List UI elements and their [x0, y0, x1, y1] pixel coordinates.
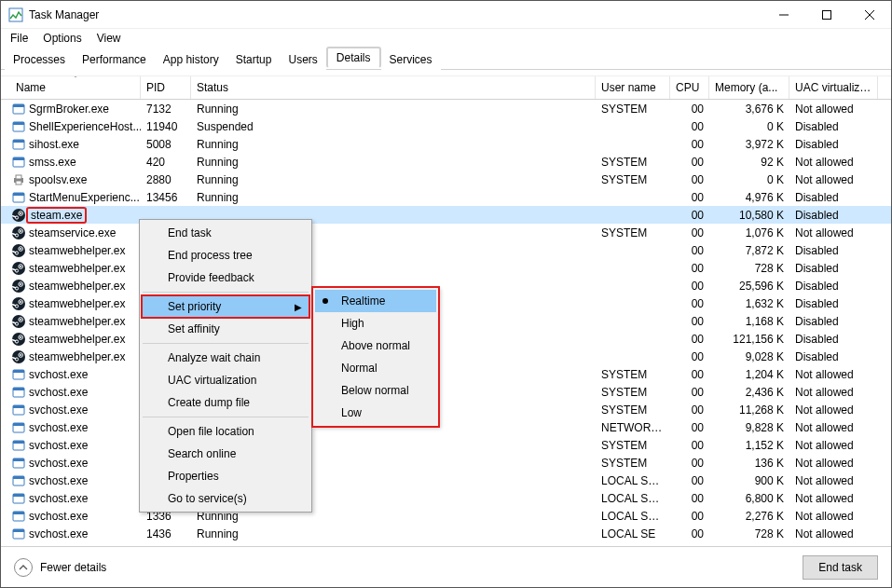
table-row[interactable]: svchost.exeSYSTEM001,152 KNot allowed: [1, 436, 891, 454]
table-row[interactable]: spoolsv.exe2880RunningSYSTEM000 KNot all…: [1, 171, 891, 188]
column-header[interactable]: User name: [596, 76, 670, 99]
menu-file[interactable]: File: [10, 32, 28, 45]
cell-status: Suspended: [191, 120, 596, 133]
column-header[interactable]: Status: [191, 76, 596, 99]
process-name: svchost.exe: [29, 492, 88, 505]
table-row[interactable]: steamwebhelper.ex0025,596 KDisabled: [1, 277, 891, 294]
column-header[interactable]: Memory (a...: [709, 76, 789, 99]
ctx-end-process-tree[interactable]: End process tree: [142, 244, 309, 267]
tab-details[interactable]: Details: [326, 47, 381, 68]
column-header[interactable]: UAC virtualizat...: [789, 76, 878, 99]
table-row[interactable]: smss.exe420RunningSYSTEM0092 KNot allowe…: [1, 153, 891, 171]
cell-user: NETWORK...: [596, 421, 670, 434]
cell-uac: Not allowed: [789, 527, 878, 540]
menu-view[interactable]: View: [97, 32, 121, 45]
table-row[interactable]: steam.exe0010,580 KDisabled: [1, 206, 891, 224]
column-header[interactable]: Name˄: [10, 76, 141, 99]
cell-uac: Not allowed: [789, 421, 878, 434]
tab-services[interactable]: Services: [381, 48, 441, 70]
column-header[interactable]: PID: [141, 76, 191, 99]
table-row[interactable]: svchost.exe1436RunningLOCAL SE00728 KNot…: [1, 525, 891, 542]
tab-strip: ProcessesPerformanceApp historyStartupUs…: [1, 48, 891, 70]
process-rows[interactable]: SgrmBroker.exe7132RunningSYSTEM003,676 K…: [1, 100, 891, 546]
cell-uac: Disabled: [789, 297, 878, 310]
table-row[interactable]: steamwebhelper.ex00121,156 KDisabled: [1, 330, 891, 348]
ctx-search-online[interactable]: Search online: [142, 443, 309, 465]
svg-rect-78: [13, 494, 24, 497]
ctx-open-file-location[interactable]: Open file location: [142, 420, 309, 443]
task-manager-window: Task Manager FileOptionsView ProcessesPe…: [0, 0, 892, 588]
table-row[interactable]: steamwebhelper.ex001,632 KDisabled: [1, 294, 891, 312]
context-menu[interactable]: End taskEnd process treeProvide feedback…: [139, 219, 312, 513]
ctx-provide-feedback[interactable]: Provide feedback: [142, 267, 309, 289]
column-headers: Name˄PIDStatusUser nameCPUMemory (a...UA…: [1, 76, 891, 100]
cell-user: SYSTEM: [596, 368, 670, 381]
table-row[interactable]: steamwebhelper.ex009,028 KDisabled: [1, 348, 891, 365]
svg-rect-82: [13, 529, 24, 532]
priority-below-normal[interactable]: Below normal: [315, 379, 436, 402]
svg-point-23: [12, 226, 25, 239]
cell-uac: Disabled: [789, 191, 878, 204]
cell-pid: 7132: [141, 103, 191, 116]
table-row[interactable]: svchost.exeSYSTEM002,436 KNot allowed: [1, 383, 891, 401]
table-row[interactable]: svchost.exeNETWORK...009,828 KNot allowe…: [1, 418, 891, 436]
menubar: FileOptionsView: [1, 29, 891, 48]
table-row[interactable]: svchost.exe1228RunningLOCAL SE...006,800…: [1, 489, 891, 507]
tab-processes[interactable]: Processes: [5, 48, 74, 70]
tab-startup[interactable]: Startup: [227, 48, 281, 70]
tab-app-history[interactable]: App history: [155, 48, 227, 70]
process-name: steamwebhelper.ex: [29, 350, 125, 363]
separator: [143, 292, 309, 293]
exe-icon: [12, 510, 25, 523]
menu-options[interactable]: Options: [43, 32, 81, 45]
table-row[interactable]: ShellExperienceHost....11940Suspended000…: [1, 117, 891, 135]
table-row[interactable]: steamwebhelper.ex007,872 KDisabled: [1, 241, 891, 259]
ctx-end-task[interactable]: End task: [142, 222, 309, 244]
table-row[interactable]: StartMenuExperienc...13456Running004,976…: [1, 188, 891, 206]
chevron-up-icon: [14, 558, 33, 577]
maximize-button[interactable]: [805, 1, 848, 29]
table-row[interactable]: SgrmBroker.exe7132RunningSYSTEM003,676 K…: [1, 100, 891, 117]
table-row[interactable]: steamservice.exeSYSTEM001,076 KNot allow…: [1, 224, 891, 241]
table-row[interactable]: sihost.exe5008Running003,972 KDisabled: [1, 135, 891, 153]
priority-submenu[interactable]: RealtimeHighAbove normalNormalBelow norm…: [312, 287, 439, 427]
ctx-uac-virtualization[interactable]: UAC virtualization: [142, 369, 309, 391]
ctx-set-affinity[interactable]: Set affinity: [142, 318, 309, 340]
cell-cpu: 00: [670, 386, 709, 399]
ctx-properties[interactable]: Properties: [142, 465, 309, 487]
cell-name: svchost.exe: [10, 421, 141, 434]
table-row[interactable]: svchost.exeSYSTEM00136 KNot allowed: [1, 454, 891, 472]
priority-high[interactable]: High: [315, 312, 436, 335]
cell-mem: 11,268 K: [709, 403, 789, 417]
table-row[interactable]: svchost.exe1336RunningLOCAL SE...002,276…: [1, 507, 891, 525]
close-button[interactable]: [848, 1, 891, 29]
ctx-analyze-wait-chain[interactable]: Analyze wait chain: [142, 347, 309, 369]
table-row[interactable]: svchost.exeSYSTEM0011,268 KNot allowed: [1, 401, 891, 418]
priority-above-normal[interactable]: Above normal: [315, 335, 436, 357]
cell-pid: 420: [141, 156, 191, 169]
cell-mem: 6,800 K: [709, 492, 789, 505]
table-row[interactable]: steamwebhelper.ex00728 KDisabled: [1, 259, 891, 277]
ctx-go-to-service-s-[interactable]: Go to service(s): [142, 487, 309, 510]
priority-low[interactable]: Low: [315, 402, 436, 424]
ctx-create-dump-file[interactable]: Create dump file: [142, 391, 309, 414]
minimize-button[interactable]: [762, 1, 805, 29]
fewer-details-button[interactable]: Fewer details: [14, 558, 106, 577]
priority-normal[interactable]: Normal: [315, 357, 436, 379]
cell-name: svchost.exe: [10, 368, 141, 381]
process-name: svchost.exe: [29, 510, 88, 523]
svg-point-28: [12, 244, 25, 257]
ctx-set-priority[interactable]: Set priority▶: [142, 295, 309, 318]
tab-performance[interactable]: Performance: [74, 48, 155, 70]
priority-realtime[interactable]: Realtime: [315, 290, 436, 312]
tab-users[interactable]: Users: [280, 48, 325, 70]
fewer-details-label: Fewer details: [40, 561, 106, 574]
table-row[interactable]: steamwebhelper.ex001,168 KDisabled: [1, 312, 891, 330]
svg-rect-2: [823, 10, 831, 19]
table-row[interactable]: svchost.exe1204RunningLOCAL SE...00900 K…: [1, 472, 891, 489]
end-task-button[interactable]: End task: [803, 555, 878, 580]
cell-mem: 728 K: [709, 527, 789, 540]
cell-user: LOCAL SE...: [596, 474, 670, 487]
column-header[interactable]: CPU: [670, 76, 709, 99]
table-row[interactable]: svchost.exeSYSTEM001,204 KNot allowed: [1, 365, 891, 383]
